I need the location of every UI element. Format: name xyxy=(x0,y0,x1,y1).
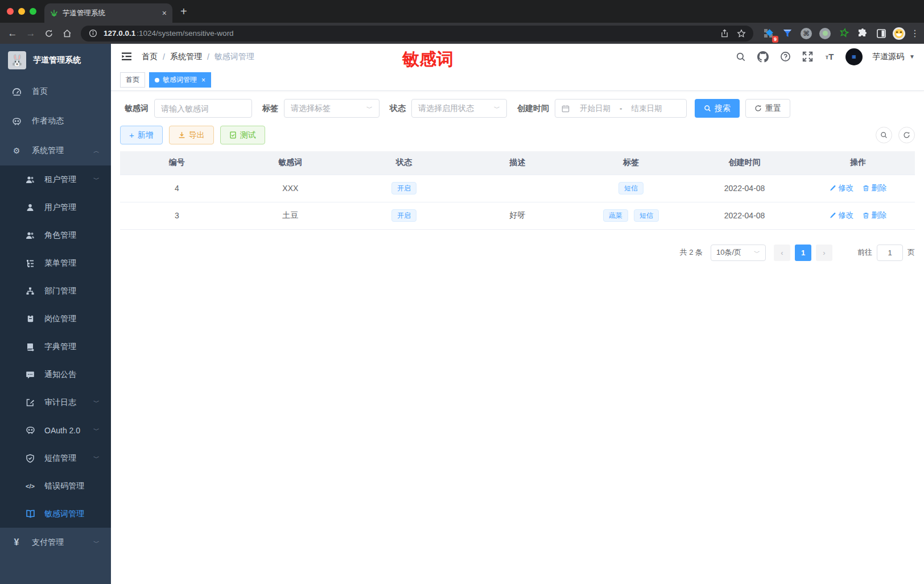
share-icon[interactable] xyxy=(718,27,731,40)
puzzle-extension-icon[interactable] xyxy=(855,26,870,41)
sensitive-word-input[interactable] xyxy=(161,104,245,113)
prev-page-button[interactable]: ‹ xyxy=(774,245,790,261)
sidebar-item-sensitive-word[interactable]: 敏感词管理 xyxy=(0,500,111,528)
close-window-button[interactable] xyxy=(7,8,14,15)
edit-link[interactable]: 修改 xyxy=(830,183,853,193)
sidebar-item-label: 支付管理 xyxy=(32,537,83,548)
search-icon[interactable] xyxy=(735,51,747,63)
delete-link[interactable]: 删除 xyxy=(863,210,886,221)
breadcrumb-parent[interactable]: 系统管理 xyxy=(170,52,202,62)
tree-list-icon xyxy=(25,258,35,268)
new-tab-button[interactable]: + xyxy=(180,5,187,18)
page-suffix: 页 xyxy=(908,247,915,258)
tag-sensitive-word[interactable]: 敏感词管理 × xyxy=(149,72,211,88)
sidebar-item-sms[interactable]: 短信管理 ﹀ xyxy=(0,444,111,472)
document-check-icon xyxy=(229,131,237,139)
edit-link[interactable]: 修改 xyxy=(830,210,853,221)
sidebar-item-menu[interactable]: 菜单管理 xyxy=(0,249,111,277)
dashboard-icon xyxy=(11,86,22,97)
extension-grid-icon[interactable]: 9 xyxy=(761,26,776,41)
breadcrumb-home[interactable]: 首页 xyxy=(142,52,158,62)
user-avatar[interactable]: ▦ xyxy=(845,48,863,65)
open-book-icon xyxy=(25,509,35,519)
minimize-window-button[interactable] xyxy=(18,8,25,15)
sidebar-item-audit-log[interactable]: 审计日志 ﹀ xyxy=(0,388,111,416)
tag-select[interactable]: 请选择标签 ﹀ xyxy=(284,99,380,118)
red-annotation-text: 敏感词 xyxy=(402,48,453,71)
add-button[interactable]: + 新增 xyxy=(120,126,163,144)
browser-tab[interactable]: 芋道管理系统 × xyxy=(44,3,172,23)
badge-icon xyxy=(25,314,35,324)
page-header: 首页 / 系统管理 / 敏感词管理 敏感词 xyxy=(111,44,924,69)
users-icon xyxy=(25,230,35,241)
command-extension-icon[interactable]: ⌘ xyxy=(799,26,814,41)
funnel-extension-icon[interactable] xyxy=(780,26,795,41)
extension-icons: 9 ⌘ ⋮ xyxy=(761,26,919,41)
sidebar-item-dept[interactable]: 部门管理 xyxy=(0,277,111,305)
page-size-select[interactable]: 10条/页 ﹀ xyxy=(711,245,766,261)
browser-toolbar: ← → 127.0.0.1:1024/system/sensitive-word xyxy=(0,23,924,44)
fullscreen-icon[interactable] xyxy=(801,51,814,63)
font-size-icon[interactable]: тT xyxy=(823,51,836,63)
sidebar-item-role[interactable]: 角色管理 xyxy=(0,221,111,249)
search-button[interactable]: 搜索 xyxy=(695,99,740,118)
tag-badge: 蔬菜 xyxy=(603,209,628,222)
chevron-down-icon: ﹀ xyxy=(93,454,100,462)
sidebar-item-home[interactable]: 首页 xyxy=(0,77,111,106)
end-date-placeholder: 结束日期 xyxy=(632,103,662,114)
sidebar-item-system[interactable]: ⚙ 系统管理 ︿ xyxy=(0,136,111,165)
reset-button[interactable]: 重置 xyxy=(745,99,790,118)
help-icon[interactable] xyxy=(779,51,791,63)
home-icon[interactable] xyxy=(59,26,75,42)
emoji-avatar-icon[interactable] xyxy=(893,27,905,40)
sidebar-item-payment[interactable]: ¥ 支付管理 ﹀ xyxy=(0,528,111,557)
sidebar-item-tenant[interactable]: 租户管理 ﹀ xyxy=(0,165,111,193)
tag-close-icon[interactable]: × xyxy=(201,76,205,84)
download-icon xyxy=(178,131,185,139)
table-row: 4 XXX 开启 短信 2022-04-08 修改 xyxy=(120,175,915,202)
tab-close-icon[interactable]: × xyxy=(162,9,167,18)
sidebar-item-notice[interactable]: 通知公告 xyxy=(0,361,111,388)
export-button[interactable]: 导出 xyxy=(169,126,214,144)
url-path: :1024/system/sensitive-word xyxy=(137,29,233,38)
record-extension-icon[interactable] xyxy=(818,26,832,41)
site-info-icon[interactable] xyxy=(86,27,99,40)
user-caret-down-icon[interactable]: ▼ xyxy=(909,53,915,60)
sidebar-item-oauth[interactable]: OAuth 2.0 ﹀ xyxy=(0,416,111,444)
delete-link[interactable]: 删除 xyxy=(863,183,886,193)
app-title: 芋道管理系统 xyxy=(33,55,81,65)
status-select-placeholder: 请选择启用状态 xyxy=(418,103,474,114)
green-star-extension-icon[interactable] xyxy=(836,26,851,41)
app-logo[interactable]: 🐰 芋道管理系统 xyxy=(0,44,111,77)
forward-icon[interactable]: → xyxy=(23,26,39,42)
breadcrumb: 首页 / 系统管理 / 敏感词管理 xyxy=(142,52,254,62)
split-view-extension-icon[interactable] xyxy=(874,26,889,41)
status-select[interactable]: 请选择启用状态 ﹀ xyxy=(411,99,507,118)
sidebar-collapse-icon[interactable] xyxy=(120,51,133,63)
browser-menu-icon[interactable]: ⋮ xyxy=(910,28,919,39)
address-bar[interactable]: 127.0.0.1:1024/system/sensitive-word xyxy=(81,26,753,42)
page-number-1[interactable]: 1 xyxy=(795,245,811,261)
refresh-icon[interactable] xyxy=(898,127,915,143)
github-icon[interactable] xyxy=(757,51,769,63)
sidebar-item-dict[interactable]: 字典管理 xyxy=(0,333,111,361)
sidebar-item-user[interactable]: 用户管理 xyxy=(0,193,111,221)
next-page-button[interactable]: › xyxy=(816,245,832,261)
test-button[interactable]: 测试 xyxy=(220,126,265,144)
zoom-window-button[interactable] xyxy=(30,8,36,15)
system-submenu: 租户管理 ﹀ 用户管理 角色管理 xyxy=(0,165,111,528)
bookmark-star-icon[interactable] xyxy=(735,27,748,40)
reload-icon[interactable] xyxy=(41,26,57,42)
users-icon xyxy=(25,175,35,185)
sidebar-item-error-code[interactable]: </> 错误码管理 xyxy=(0,472,111,500)
status-badge: 开启 xyxy=(391,182,416,194)
tag-home[interactable]: 首页 xyxy=(120,72,145,88)
toggle-search-icon[interactable] xyxy=(876,127,892,143)
sidebar-item-post[interactable]: 岗位管理 xyxy=(0,305,111,333)
browser-tab-strip: 芋道管理系统 × + xyxy=(0,0,924,23)
date-range-picker[interactable]: 开始日期 - 结束日期 xyxy=(555,99,687,118)
back-icon[interactable]: ← xyxy=(5,26,20,42)
username[interactable]: 芋道源码 xyxy=(872,52,904,62)
goto-page-input[interactable] xyxy=(877,245,903,261)
sidebar-item-author-feed[interactable]: 作者动态 xyxy=(0,106,111,136)
